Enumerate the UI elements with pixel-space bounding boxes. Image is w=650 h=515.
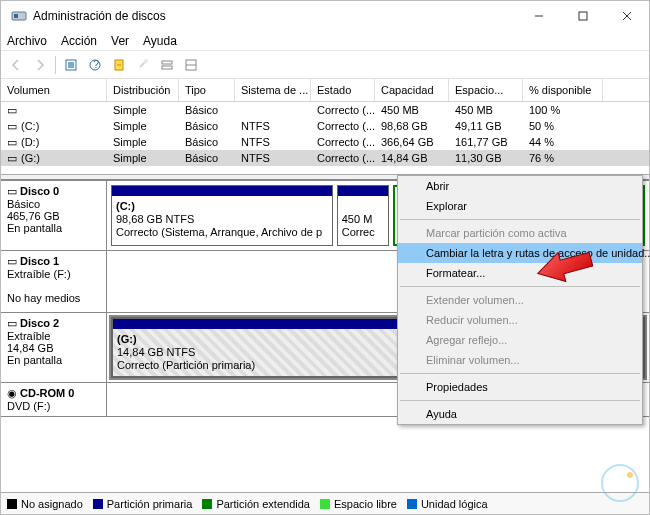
context-menu: Abrir Explorar Marcar partición como act… <box>397 175 643 425</box>
col-espacio[interactable]: Espacio... <box>449 79 523 101</box>
ctx-reducir[interactable]: Reducir volumen... <box>398 310 642 330</box>
legend: No asignado Partición primaria Partición… <box>1 492 649 514</box>
disk-icon: ▭ <box>7 317 17 329</box>
maximize-button[interactable] <box>561 1 605 31</box>
menu-separator <box>400 219 640 220</box>
help-button[interactable]: ? <box>84 54 106 76</box>
ctx-reflejo[interactable]: Agregar reflejo... <box>398 330 642 350</box>
swatch <box>93 499 103 509</box>
col-volumen[interactable]: Volumen <box>1 79 107 101</box>
disk-name: Disco 1 <box>20 255 59 267</box>
drive-icon: ▭ <box>7 136 21 149</box>
refresh-button[interactable] <box>60 54 82 76</box>
vol-name: (C:) <box>21 120 39 132</box>
ctx-extender[interactable]: Extender volumen... <box>398 290 642 310</box>
menu-separator <box>400 400 640 401</box>
swatch <box>202 499 212 509</box>
col-capacidad[interactable]: Capacidad <box>375 79 449 101</box>
legend-item: Partición primaria <box>93 498 193 510</box>
disk-name: CD-ROM 0 <box>20 387 74 399</box>
app-icon <box>9 6 29 26</box>
svg-point-11 <box>144 59 148 63</box>
watermark-icon <box>598 461 642 507</box>
disk-label[interactable]: ▭ Disco 0 Básico 465,76 GB En pantalla <box>1 181 107 250</box>
forward-button[interactable] <box>29 54 51 76</box>
partition[interactable]: (C:)98,68 GB NTFSCorrecto (Sistema, Arra… <box>111 185 333 246</box>
ctx-cambiar-letra[interactable]: Cambiar la letra y rutas de acceso de un… <box>398 243 642 263</box>
ctx-propiedades[interactable]: Propiedades <box>398 377 642 397</box>
ctx-ayuda[interactable]: Ayuda <box>398 404 642 424</box>
svg-rect-3 <box>579 12 587 20</box>
svg-point-16 <box>602 465 638 501</box>
vol-name: (D:) <box>21 136 39 148</box>
disk-label[interactable]: ▭ Disco 2 Extraíble 14,84 GB En pantalla <box>1 313 107 382</box>
titlebar: Administración de discos <box>1 1 649 31</box>
col-disponible[interactable]: % disponible <box>523 79 603 101</box>
minimize-button[interactable] <box>517 1 561 31</box>
col-tipo[interactable]: Tipo <box>179 79 235 101</box>
ctx-explorar[interactable]: Explorar <box>398 196 642 216</box>
disk-name: Disco 0 <box>20 185 59 197</box>
swatch <box>407 499 417 509</box>
toolbar: ? <box>1 51 649 79</box>
list-view-large-button[interactable] <box>180 54 202 76</box>
svg-rect-12 <box>162 61 172 64</box>
drive-icon: ▭ <box>7 152 21 165</box>
legend-item: Partición extendida <box>202 498 310 510</box>
partition[interactable]: 450 MCorrec <box>337 185 389 246</box>
ctx-marcar-activa[interactable]: Marcar partición como activa <box>398 223 642 243</box>
volume-row[interactable]: ▭(C:) Simple Básico NTFS Correcto (... 9… <box>1 118 649 134</box>
col-distribucion[interactable]: Distribución <box>107 79 179 101</box>
ctx-abrir[interactable]: Abrir <box>398 176 642 196</box>
menu-ver[interactable]: Ver <box>111 34 129 48</box>
volume-row[interactable]: ▭(G:) Simple Básico NTFS Correcto (... 1… <box>1 150 649 166</box>
svg-rect-1 <box>14 14 18 18</box>
volume-row[interactable]: ▭ Simple Básico Correcto (... 450 MB 450… <box>1 102 649 118</box>
legend-item: No asignado <box>7 498 83 510</box>
properties-button[interactable] <box>132 54 154 76</box>
menu-archivo[interactable]: Archivo <box>7 34 47 48</box>
svg-point-17 <box>627 472 633 478</box>
ctx-eliminar[interactable]: Eliminar volumen... <box>398 350 642 370</box>
col-sistema[interactable]: Sistema de ... <box>235 79 311 101</box>
svg-rect-13 <box>162 66 172 69</box>
legend-item: Espacio libre <box>320 498 397 510</box>
col-estado[interactable]: Estado <box>311 79 375 101</box>
window-title: Administración de discos <box>33 9 166 23</box>
disk-icon: ▭ <box>7 255 17 267</box>
svg-rect-7 <box>68 62 74 68</box>
menubar: Archivo Acción Ver Ayuda <box>1 31 649 51</box>
cdrom-icon: ◉ <box>7 387 17 399</box>
disk-label[interactable]: ▭ Disco 1 Extraíble (F:) No hay medios <box>1 251 107 312</box>
disk-icon: ▭ <box>7 185 17 197</box>
menu-ayuda[interactable]: Ayuda <box>143 34 177 48</box>
volume-columns: Volumen Distribución Tipo Sistema de ...… <box>1 79 649 102</box>
svg-text:?: ? <box>93 58 99 70</box>
volume-row[interactable]: ▭(D:) Simple Básico NTFS Correcto (... 3… <box>1 134 649 150</box>
action-button[interactable] <box>108 54 130 76</box>
disk-label[interactable]: ◉ CD-ROM 0 DVD (F:) <box>1 383 107 416</box>
back-button[interactable] <box>5 54 27 76</box>
list-view-small-button[interactable] <box>156 54 178 76</box>
volume-list: ▭ Simple Básico Correcto (... 450 MB 450… <box>1 102 649 174</box>
swatch <box>320 499 330 509</box>
drive-icon: ▭ <box>7 120 21 133</box>
swatch <box>7 499 17 509</box>
vol-name: (G:) <box>21 152 40 164</box>
ctx-formatear[interactable]: Formatear... <box>398 263 642 283</box>
disk-name: Disco 2 <box>20 317 59 329</box>
pointer-arrow-icon <box>532 252 602 304</box>
legend-item: Unidad lógica <box>407 498 488 510</box>
menu-separator <box>400 373 640 374</box>
drive-icon: ▭ <box>7 104 21 117</box>
menu-separator <box>400 286 640 287</box>
close-button[interactable] <box>605 1 649 31</box>
menu-accion[interactable]: Acción <box>61 34 97 48</box>
